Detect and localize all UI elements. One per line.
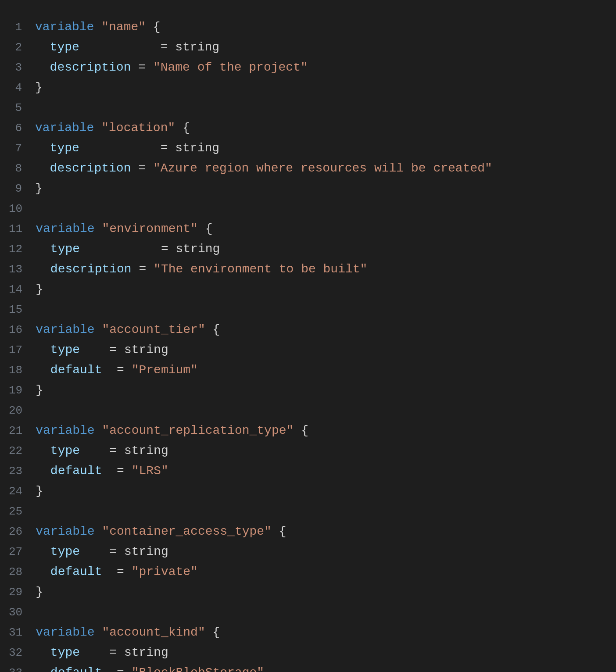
token-plain <box>36 343 50 357</box>
token-plain: = <box>79 141 175 155</box>
line-number: 9 <box>9 180 35 197</box>
line-number: 25 <box>9 503 36 520</box>
token-kw: variable <box>36 222 94 236</box>
code-line: 10 <box>0 199 616 219</box>
token-plain: = <box>131 61 153 74</box>
token-plain: = <box>80 444 124 458</box>
line-content <box>35 98 607 117</box>
line-number: 28 <box>9 563 36 581</box>
line-number: 18 <box>9 361 36 379</box>
token-plain <box>95 626 102 639</box>
line-content: default = "Premium" <box>36 361 607 379</box>
code-line: 6variable "location" { <box>0 118 616 139</box>
token-plain: { <box>272 525 287 538</box>
token-plain: = <box>102 464 131 478</box>
code-line: 26variable "container_access_type" { <box>0 522 616 542</box>
token-prop: description <box>50 262 132 276</box>
token-plain: = <box>132 262 154 276</box>
line-number: 13 <box>9 261 36 278</box>
line-number: 16 <box>9 321 36 339</box>
token-plain <box>95 424 102 437</box>
token-plain <box>35 61 50 74</box>
line-content <box>36 300 607 319</box>
token-plain <box>36 363 50 377</box>
code-line: 14} <box>0 280 616 300</box>
code-line: 22 type = string <box>0 441 616 461</box>
token-str: "location" <box>101 121 175 135</box>
code-line: 30 <box>0 603 616 623</box>
token-plain <box>36 464 50 478</box>
code-line: 9} <box>0 179 616 199</box>
code-line: 8 description = "Azure region where reso… <box>0 159 616 179</box>
line-content: default = "BlockBlobStorage" <box>36 663 607 672</box>
token-prop: type <box>50 242 80 256</box>
line-content: variable "container_access_type" { <box>36 522 607 541</box>
token-plain: = <box>80 343 124 357</box>
line-number: 8 <box>9 160 35 177</box>
token-plain: = <box>80 646 124 659</box>
token-kw: variable <box>35 121 94 135</box>
code-line: 13 description = "The environment to be … <box>0 260 616 280</box>
token-kw: variable <box>36 626 94 639</box>
code-editor: 1variable "name" {2 type = string3 descr… <box>0 9 616 672</box>
token-kw: variable <box>35 20 94 34</box>
line-number: 27 <box>9 543 36 561</box>
token-plain: = <box>131 161 153 175</box>
code-line: 19} <box>0 381 616 401</box>
token-str: "name" <box>101 20 146 34</box>
code-line: 2 type = string <box>0 38 616 58</box>
token-prop: type <box>50 545 80 558</box>
token-str: "account_kind" <box>102 626 205 639</box>
token-str: "BlockBlobStorage" <box>132 666 264 672</box>
code-line: 24} <box>0 482 616 502</box>
line-number: 12 <box>9 240 36 258</box>
token-plain: = <box>79 40 175 54</box>
token-kw: variable <box>36 323 94 336</box>
line-number: 6 <box>9 119 35 137</box>
line-number: 5 <box>9 99 35 117</box>
token-plain: string <box>175 141 219 155</box>
token-plain <box>95 525 102 538</box>
token-plain <box>35 141 50 155</box>
line-number: 17 <box>9 341 36 359</box>
code-line: 15 <box>0 300 616 320</box>
code-line: 11variable "environment" { <box>0 219 616 239</box>
token-str: "container_access_type" <box>102 525 271 538</box>
line-content: } <box>35 78 607 97</box>
line-content: default = "private" <box>36 562 607 581</box>
line-number: 30 <box>9 604 36 621</box>
token-str: "Azure region where resources will be cr… <box>153 161 492 175</box>
token-prop: type <box>50 444 80 458</box>
token-plain <box>36 666 50 672</box>
line-content: type = string <box>35 139 607 157</box>
token-str: "Name of the project" <box>153 61 308 74</box>
token-plain: = <box>80 242 175 256</box>
token-prop: type <box>50 40 79 54</box>
token-plain <box>94 121 101 135</box>
token-plain: { <box>205 626 220 639</box>
token-prop: default <box>50 565 102 579</box>
line-number: 29 <box>9 583 36 601</box>
token-prop: description <box>50 161 131 175</box>
token-plain <box>36 565 50 579</box>
token-plain: = <box>102 363 131 377</box>
token-plain: { <box>198 222 213 236</box>
token-plain: } <box>36 383 43 397</box>
line-number: 1 <box>9 18 35 36</box>
code-line: 20 <box>0 401 616 421</box>
token-prop: type <box>50 646 80 659</box>
token-kw: variable <box>36 525 94 538</box>
token-str: "The environment to be built" <box>154 262 367 276</box>
line-number: 20 <box>9 402 36 419</box>
token-plain: } <box>36 585 43 599</box>
line-content <box>36 502 607 521</box>
token-kw: variable <box>36 424 94 437</box>
code-line: 7 type = string <box>0 139 616 159</box>
code-line: 28 default = "private" <box>0 562 616 583</box>
token-plain <box>94 20 101 34</box>
line-number: 22 <box>9 442 36 460</box>
line-number: 33 <box>9 664 36 672</box>
line-number: 15 <box>9 301 36 318</box>
code-line: 5 <box>0 98 616 118</box>
line-number: 10 <box>9 200 36 218</box>
